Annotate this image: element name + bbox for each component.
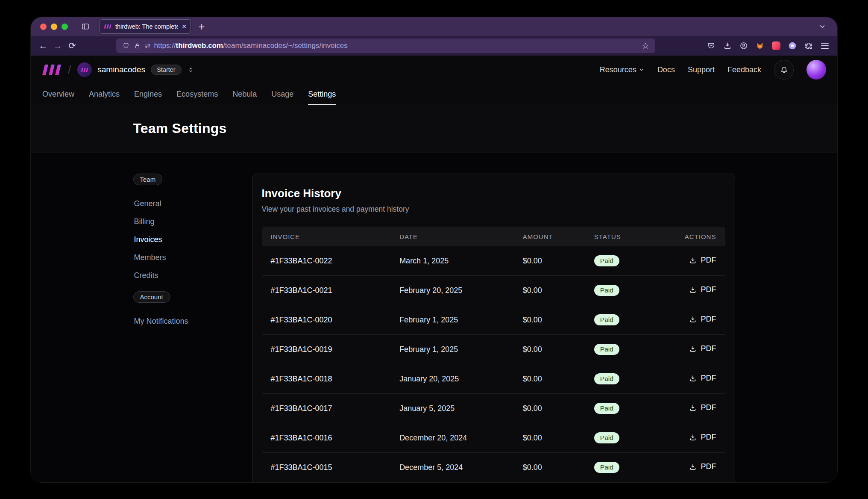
browser-tab[interactable]: thirdweb: The complete web3 d ✕ xyxy=(100,19,191,34)
user-avatar[interactable] xyxy=(806,60,826,80)
table-header-row: INVOICE DATE AMOUNT STATUS ACTIONS xyxy=(262,227,725,246)
invoice-id: #1F33BA1C-0015 xyxy=(262,463,391,472)
table-row: #1F33BA1C-0016 December 20, 2024 $0.00 P… xyxy=(262,423,725,453)
invoice-date: February 20, 2025 xyxy=(390,286,514,295)
tab-nebula[interactable]: Nebula xyxy=(225,84,264,105)
header-links: Resources Docs Support Feedback xyxy=(600,60,826,80)
bookmark-star-icon[interactable]: ☆ xyxy=(642,41,649,51)
url-text: https://thirdweb.com/team/saminacodes/~/… xyxy=(154,41,348,50)
invoice-amount: $0.00 xyxy=(514,286,585,295)
sidebar-group-account: Account xyxy=(133,291,170,303)
breadcrumb-separator: / xyxy=(68,63,71,77)
download-icon xyxy=(689,434,697,441)
col-invoice: INVOICE xyxy=(262,233,391,240)
team-switcher-icon[interactable] xyxy=(187,66,194,74)
chevron-down-icon xyxy=(639,67,645,73)
actions-cell: PDF xyxy=(669,462,725,472)
invoice-date: March 1, 2025 xyxy=(390,257,514,266)
sidebar-team-list: General Billing Invoices Members Credits xyxy=(133,195,252,284)
phantom-extension-icon[interactable] xyxy=(785,38,800,53)
download-icon xyxy=(689,375,697,382)
page-title: Team Settings xyxy=(133,121,735,136)
invoice-id: #1F33BA1C-0022 xyxy=(262,257,391,266)
https-lock-icon[interactable] xyxy=(134,42,141,50)
app-tab-nav: Overview Analytics Engines Ecosystems Ne… xyxy=(31,84,837,105)
sidebar-item-general[interactable]: General xyxy=(133,195,252,213)
sidebar-item-members[interactable]: Members xyxy=(133,248,252,266)
firefox-view-button[interactable] xyxy=(78,19,93,34)
list-all-tabs-button[interactable] xyxy=(815,19,830,34)
feedback-link[interactable]: Feedback xyxy=(727,65,761,74)
tab-ecosystems[interactable]: Ecosystems xyxy=(169,84,225,105)
download-pdf-button[interactable]: PDF xyxy=(689,462,716,471)
download-pdf-button[interactable]: PDF xyxy=(689,344,716,353)
tab-engines[interactable]: Engines xyxy=(127,84,169,105)
download-icon xyxy=(689,404,697,412)
extensions-puzzle-icon[interactable] xyxy=(801,38,816,53)
invoice-history-card: Invoice History View your past invoices … xyxy=(252,174,735,482)
notifications-bell-button[interactable] xyxy=(774,60,794,80)
download-pdf-button[interactable]: PDF xyxy=(689,374,716,383)
permissions-icon[interactable]: ⇄ xyxy=(145,42,150,50)
tab-close-icon[interactable]: ✕ xyxy=(182,23,187,30)
download-pdf-button[interactable]: PDF xyxy=(689,433,716,442)
invoice-table: INVOICE DATE AMOUNT STATUS ACTIONS #1F33… xyxy=(262,227,725,482)
tab-analytics[interactable]: Analytics xyxy=(82,84,127,105)
sidebar-item-my-notifications[interactable]: My Notifications xyxy=(133,312,252,330)
resources-menu[interactable]: Resources xyxy=(600,65,645,74)
downloads-icon[interactable] xyxy=(720,38,735,53)
invoice-date: December 20, 2024 xyxy=(390,434,514,443)
download-pdf-button[interactable]: PDF xyxy=(689,403,716,412)
status-cell: Paid xyxy=(585,462,669,473)
reload-button[interactable]: ⟳ xyxy=(65,38,79,53)
tab-usage[interactable]: Usage xyxy=(264,84,301,105)
tab-overview[interactable]: Overview xyxy=(35,84,82,105)
sidebar-item-billing[interactable]: Billing xyxy=(133,213,252,230)
download-pdf-button[interactable]: PDF xyxy=(689,256,716,265)
window-minimize-button[interactable] xyxy=(51,24,57,30)
window-zoom-button[interactable] xyxy=(62,24,68,30)
status-cell: Paid xyxy=(585,255,669,266)
invoice-id: #1F33BA1C-0020 xyxy=(262,316,391,325)
download-icon xyxy=(689,257,697,264)
forward-button[interactable]: → xyxy=(50,38,65,53)
url-scheme: https:// xyxy=(154,41,176,50)
tab-settings[interactable]: Settings xyxy=(301,84,343,105)
tracking-protection-shield-icon[interactable] xyxy=(122,42,130,50)
col-date: DATE xyxy=(390,233,514,240)
metamask-extension-icon[interactable] xyxy=(753,38,767,53)
extension-icon[interactable] xyxy=(769,38,783,53)
menu-hamburger-icon[interactable] xyxy=(818,38,832,53)
app-header: / saminacodes Starter Resources Docs Sup… xyxy=(31,56,837,84)
toolbar-extensions xyxy=(704,38,832,53)
back-button[interactable]: ← xyxy=(36,38,50,53)
download-pdf-button[interactable]: PDF xyxy=(689,285,716,294)
url-bar[interactable]: ⇄ https://thirdweb.com/team/saminacodes/… xyxy=(116,38,655,53)
team-avatar[interactable] xyxy=(77,62,92,77)
sidebar-item-credits[interactable]: Credits xyxy=(133,266,252,284)
thirdweb-logo[interactable] xyxy=(42,64,62,75)
tab-title: thirdweb: The complete web3 d xyxy=(115,23,178,30)
thirdweb-favicon xyxy=(104,23,111,30)
invoice-date: February 1, 2025 xyxy=(390,316,514,325)
browser-window: thirdweb: The complete web3 d ✕ + ← → ⟳ … xyxy=(31,17,837,482)
sidebar-account-list: My Notifications xyxy=(133,312,252,330)
status-badge: Paid xyxy=(594,373,619,384)
new-tab-button[interactable]: + xyxy=(194,19,209,34)
sidebar-item-invoices[interactable]: Invoices xyxy=(133,230,252,248)
support-link[interactable]: Support xyxy=(688,65,715,74)
status-badge: Paid xyxy=(594,314,619,325)
sidebar-group-team: Team xyxy=(133,174,163,185)
col-amount: AMOUNT xyxy=(514,233,585,240)
invoice-date: January 20, 2025 xyxy=(390,375,514,384)
team-name[interactable]: saminacodes xyxy=(97,65,145,74)
window-close-button[interactable] xyxy=(40,24,47,30)
invoice-date: December 5, 2024 xyxy=(390,463,514,472)
account-icon[interactable] xyxy=(736,38,751,53)
docs-link[interactable]: Docs xyxy=(657,65,675,74)
download-icon xyxy=(689,316,697,323)
pocket-icon[interactable] xyxy=(704,38,718,53)
actions-cell: PDF xyxy=(669,374,725,384)
download-pdf-button[interactable]: PDF xyxy=(689,315,716,324)
card-subtitle: View your past invoices and payment hist… xyxy=(262,205,725,214)
